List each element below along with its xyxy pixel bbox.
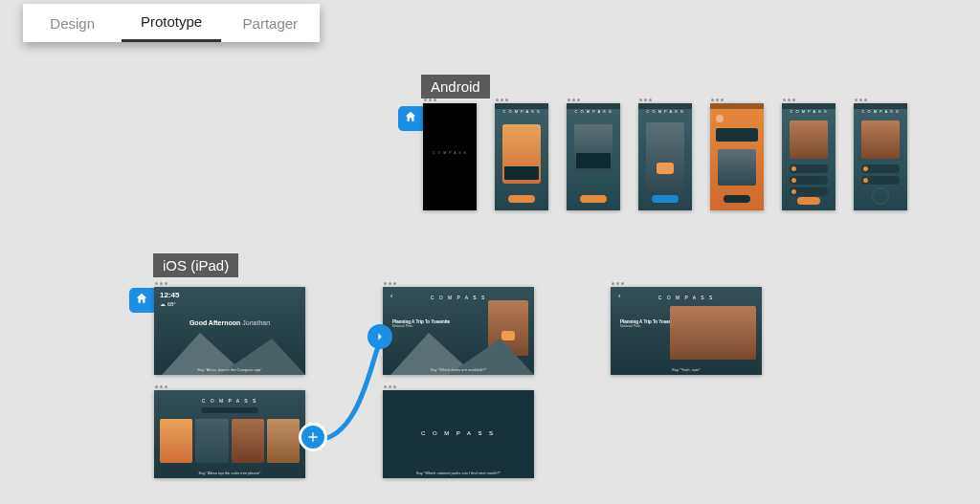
phone-brand: C O M P A S S [638,109,692,114]
artboard-dots [710,97,764,103]
artboard-android-1[interactable]: C O M P A S S [423,97,477,210]
home-icon [135,292,148,309]
artboard-dots [423,97,477,103]
tab-design[interactable]: Design [23,4,122,42]
home-flag-ios[interactable] [129,288,154,313]
artboard-dots [611,280,762,287]
voice-hint: Say "Which dates are available?" [383,367,534,372]
plan-sub: National Park. [620,324,678,328]
artboard-ipad-plan[interactable]: ‹ C O M P A S S Planning A Trip To Yosem… [383,280,534,375]
artboard-dots [638,97,692,103]
phone-brand: C O M P A S S [854,109,907,114]
artboard-ipad-cards[interactable]: C O M P A S S Say "Alexa tap the color t… [154,383,305,478]
splash-brand: C O M P A S S [423,151,477,155]
weather-temp: ☁ 68° [160,300,176,307]
artboard-dots [154,383,305,390]
artboard-ipad-home[interactable]: 12:45 ☁ 68° Good Afternoon Jonathan Say … [154,280,305,375]
artboard-dots [383,280,534,287]
artboard-android-5[interactable] [710,97,764,210]
clock-time: 12:45 [160,291,179,299]
tablet-brand: C O M P A S S [383,430,534,436]
voice-hint: Say "Alexa, launch the Compass app" [154,367,305,372]
artboard-android-3[interactable]: C O M P A S S [567,97,620,210]
artboard-dots [495,97,548,103]
artboard-dots [567,97,620,103]
section-label-android: Android [421,75,490,99]
phone-brand: C O M P A S S [782,109,835,114]
voice-hint: Say "Yeah, sure" [611,367,762,372]
section-label-ios: iOS (iPad) [153,253,238,277]
tab-prototype[interactable]: Prototype [122,4,220,42]
artboard-dots [383,383,534,390]
phone-brand: C O M P A S S [567,109,620,114]
home-icon [404,110,417,127]
wire-destination-arrow[interactable] [368,324,392,349]
voice-hint: Say "Alexa tap the color tree please" [154,471,305,475]
tab-share[interactable]: Partager [221,4,320,42]
mode-tabs: Design Prototype Partager [23,4,320,42]
artboard-android-6[interactable]: C O M P A S S [782,97,835,210]
artboard-dots [854,97,907,103]
artboard-ipad-detail[interactable]: ‹ C O M P A S S Planning A Trip To Yosem… [611,280,762,375]
greeting-name: Jonathan [242,319,270,326]
voice-hint: Say "Which national parks can I find nex… [383,471,534,475]
artboard-dots [782,97,835,103]
tablet-brand: C O M P A S S [611,295,762,300]
artboard-ipad-blank[interactable]: C O M P A S S Say "Which national parks … [383,383,534,478]
wire-origin-add[interactable] [299,423,327,451]
tablet-brand: C O M P A S S [154,398,305,404]
home-flag-android[interactable] [398,106,423,131]
greeting-strong: Good Afternoon [189,319,240,326]
artboard-android-2[interactable]: C O M P A S S [495,97,548,210]
phone-brand: C O M P A S S [495,109,548,114]
carousel [160,419,300,463]
plan-sub: National Park. [392,324,450,328]
artboard-dots [154,280,305,287]
artboard-android-4[interactable]: C O M P A S S [638,97,692,210]
artboard-android-7[interactable]: C O M P A S S [854,97,907,210]
